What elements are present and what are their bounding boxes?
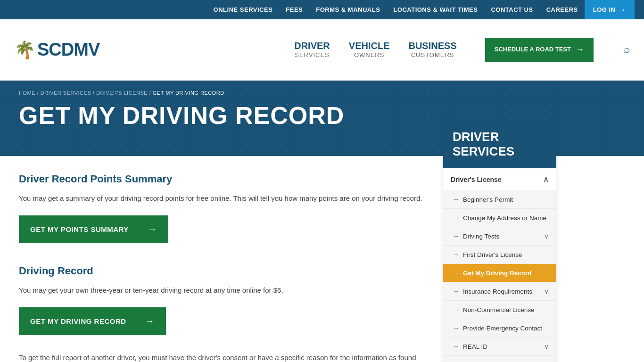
chevron-down-icon-5: ∨ [544,288,549,295]
logo[interactable]: 🌴 SCDMV [14,40,99,60]
sidebar-item-label-7: Provide Emergency Contact [463,325,542,332]
sidebar-items-list: →Beginner's Permit→Change My Address or … [443,190,556,362]
sidebar-item-label-0: Beginner's Permit [463,196,513,203]
breadcrumb-home[interactable]: HOME [19,90,35,96]
business-customers-nav[interactable]: BUSINESS CUSTOMERS [408,41,456,58]
breadcrumb-current: GET MY DRIVING RECORD [153,90,224,96]
driving-record-section: Driving Record You may get your own thre… [19,265,429,352]
business-customers-sub: CUSTOMERS [408,51,456,58]
sidebar-header: DRIVER SERVICES [443,118,556,168]
sidebar-item-arrow-icon-8: → [453,343,459,350]
driver-services-nav[interactable]: DRIVER SERVICES [294,41,330,58]
main-nav: 🌴 SCDMV DRIVER SERVICES VEHICLE OWNERS B… [0,19,644,81]
sidebar-item-label-4: Get My Driving Record [463,270,532,277]
sidebar-item-label-2: Driving Tests [463,233,499,240]
sidebar-item-8[interactable]: →REAL ID∨ [443,337,556,356]
sidebar-item-7[interactable]: →Provide Emergency Contact [443,319,556,337]
sidebar-item-arrow-icon-7: → [453,324,459,332]
sidebar-item-3[interactable]: →First Driver's License [443,246,556,264]
sidebar-item-5[interactable]: →Insurance Requirements∨ [443,282,556,301]
sidebar-item-arrow-icon-5: → [453,288,459,295]
chevron-up-icon: ∧ [543,175,549,184]
get-driving-record-button[interactable]: GET MY DRIVING RECORD → [19,307,166,335]
locations-link[interactable]: LOCATIONS & WAIT TIMES [387,6,484,13]
sidebar-item-2[interactable]: →Driving Tests∨ [443,227,556,246]
sidebar-item-label-1: Change My Address or Name [463,214,546,222]
page-title: GET MY DRIVING RECORD [19,102,429,129]
sidebar-item-arrow-icon-4: → [453,269,459,277]
forms-manuals-link[interactable]: FORMS & MANUALS [309,6,387,13]
sidebar-item-arrow-icon-3: → [453,251,459,258]
chevron-down-icon-8: ∨ [544,343,549,350]
main-content: Driver Record Points Summary You may get… [19,156,429,362]
privacy-notice-text: To get the full report of another driver… [19,352,429,362]
login-button[interactable]: LOG IN → [585,0,635,19]
logo-text: SCDMV [37,40,99,60]
sidebar-item-arrow-icon-2: → [453,232,459,240]
schedule-arrow-icon: → [576,44,584,55]
sidebar-item-4[interactable]: →Get My Driving Record [443,264,556,282]
points-summary-title: Driver Record Points Summary [19,173,429,185]
chevron-down-icon-2: ∨ [544,232,549,240]
driver-services-main: DRIVER [294,41,330,51]
breadcrumb-driver-services[interactable]: DRIVER SERVICES [41,90,91,96]
sidebar-item-label-3: First Driver's License [463,251,522,258]
business-customers-main: BUSINESS [408,41,456,51]
driving-record-title: Driving Record [19,265,429,277]
sidebar-item-arrow-icon-0: → [453,196,459,203]
get-points-btn-text: GET MY POINTS SUMMARY [30,225,129,233]
vehicle-owners-main: VEHICLE [349,41,390,51]
sidebar-item-label-5: Insurance Requirements [463,288,532,295]
breadcrumb-drivers-license[interactable]: DRIVER'S LICENSE [96,90,148,96]
get-points-summary-button[interactable]: GET MY POINTS SUMMARY → [19,215,168,243]
palm-icon: 🌴 [14,40,35,60]
search-icon: ⌕ [624,43,630,55]
fees-link[interactable]: FEES [279,6,309,13]
points-btn-arrow-icon: → [148,224,157,235]
sidebar-drivers-license-toggle[interactable]: Driver's License ∧ [443,168,556,190]
sidebar-item-arrow-icon-6: → [453,306,459,313]
sidebar-drivers-license-section: Driver's License ∧ →Beginner's Permit→Ch… [443,168,556,362]
contact-link[interactable]: CONTACT US [484,6,539,13]
content-layout: Driver Record Points Summary You may get… [0,156,644,362]
sidebar-item-1[interactable]: →Change My Address or Name [443,209,556,227]
sidebar-item-0[interactable]: →Beginner's Permit [443,190,556,209]
record-btn-arrow-icon: → [145,316,155,327]
points-summary-text: You may get a summary of your driving re… [19,193,429,204]
search-button[interactable]: ⌕ [624,43,630,56]
sidebar-item-9[interactable]: →Replace License, Permit, or ID Card [443,356,556,362]
sidebar-item-6[interactable]: →Non-Commercial License [443,301,556,319]
breadcrumb: HOME / DRIVER SERVICES / DRIVER'S LICENS… [19,90,625,96]
schedule-road-test-button[interactable]: SCHEDULE A ROAD TEST → [485,38,594,62]
sidebar: DRIVER SERVICES Driver's License ∧ →Begi… [443,118,556,362]
get-record-btn-text: GET MY DRIVING RECORD [30,317,126,325]
top-nav: ONLINE SERVICES FEES FORMS & MANUALS LOC… [0,0,644,19]
vehicle-owners-nav[interactable]: VEHICLE OWNERS [349,41,390,58]
online-services-link[interactable]: ONLINE SERVICES [207,6,280,13]
sidebar-item-label-6: Non-Commercial License [463,306,535,313]
careers-link[interactable]: CAREERS [540,6,585,13]
sidebar-item-arrow-icon-1: → [453,214,459,222]
login-arrow-icon: → [619,6,627,14]
vehicle-owners-sub: OWNERS [349,51,390,58]
nav-links: DRIVER SERVICES VEHICLE OWNERS BUSINESS … [294,38,630,62]
driving-record-text: You may get your own three-year or ten-y… [19,285,429,296]
sidebar-item-label-8: REAL ID [463,343,487,350]
sidebar-section-label: Driver's License [451,176,502,183]
schedule-btn-text: SCHEDULE A ROAD TEST [495,46,571,54]
driver-services-sub: SERVICES [294,51,330,58]
